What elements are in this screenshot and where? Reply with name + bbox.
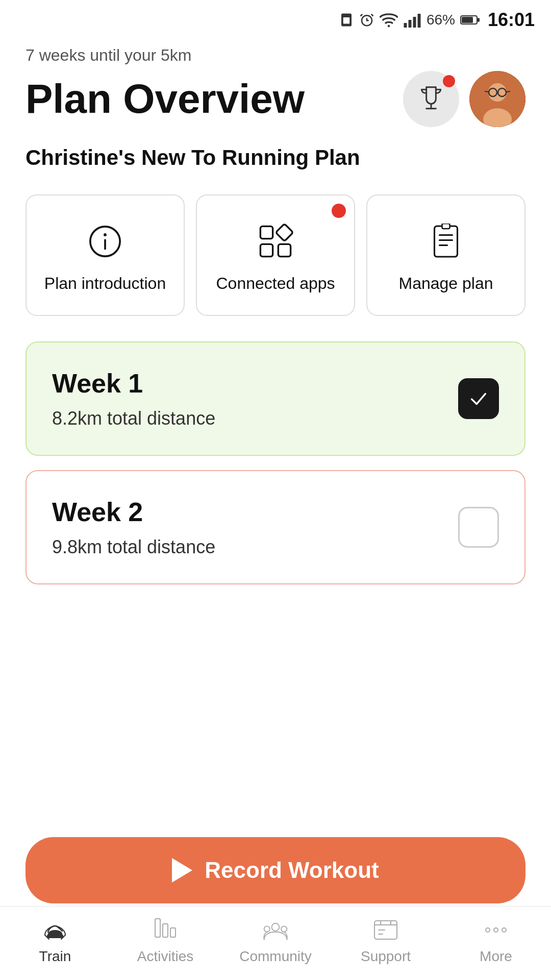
activities-icon — [152, 917, 179, 943]
svg-rect-43 — [374, 921, 397, 939]
record-play-icon — [172, 858, 192, 883]
plan-subtitle: 7 weeks until your 5km — [26, 46, 525, 65]
action-cards: Plan introduction Connected apps — [26, 194, 525, 316]
connected-apps-notification — [332, 204, 346, 218]
nav-item-train[interactable]: Train — [14, 917, 96, 965]
svg-rect-29 — [276, 224, 293, 241]
svg-point-49 — [502, 928, 506, 932]
svg-rect-7 — [408, 20, 411, 28]
sim-icon — [339, 12, 354, 28]
svg-line-21 — [485, 91, 489, 92]
nav-more-label: More — [480, 948, 512, 965]
bottom-navigation: Train Activities Community Sup — [0, 906, 551, 980]
nav-community-label: Community — [239, 948, 312, 965]
avatar-image — [469, 71, 525, 127]
week-1-card[interactable]: Week 1 8.2km total distance — [26, 341, 525, 456]
connected-apps-card[interactable]: Connected apps — [196, 194, 355, 316]
plan-introduction-label: Plan introduction — [44, 273, 166, 295]
svg-rect-27 — [260, 244, 272, 256]
week-2-distance: 9.8km total distance — [52, 536, 215, 558]
svg-rect-6 — [404, 23, 407, 28]
connected-apps-icon — [255, 221, 296, 262]
svg-rect-28 — [278, 244, 290, 256]
nav-activities-label: Activities — [137, 948, 193, 965]
week-1-title: Week 1 — [52, 368, 215, 399]
record-workout-button[interactable]: Record Workout — [26, 837, 525, 903]
svg-rect-11 — [462, 17, 473, 23]
svg-rect-34 — [442, 224, 450, 229]
svg-line-4 — [371, 14, 373, 16]
manage-plan-icon — [425, 221, 466, 262]
week-2-info: Week 2 9.8km total distance — [52, 497, 215, 558]
svg-line-22 — [506, 91, 510, 92]
more-icon — [483, 917, 509, 943]
svg-rect-39 — [170, 928, 176, 937]
status-icons: 66% — [339, 12, 481, 28]
week-1-checkmark — [467, 387, 490, 410]
week-1-distance: 8.2km total distance — [52, 408, 215, 429]
svg-line-3 — [360, 14, 362, 16]
svg-point-47 — [486, 928, 490, 932]
battery-percentage: 66% — [427, 12, 455, 28]
connected-apps-label: Connected apps — [216, 273, 335, 295]
plan-name: Christine's New To Running Plan — [26, 145, 525, 170]
plan-introduction-icon — [85, 221, 126, 262]
avatar-inner — [469, 71, 525, 127]
manage-plan-label: Manage plan — [398, 273, 493, 295]
week-1-info: Week 1 8.2km total distance — [52, 368, 215, 429]
nav-item-support[interactable]: Support — [345, 917, 427, 965]
svg-rect-8 — [413, 17, 416, 28]
support-icon — [372, 917, 399, 943]
record-workout-label: Record Workout — [205, 857, 379, 883]
svg-rect-9 — [417, 14, 420, 28]
week-2-title: Week 2 — [52, 497, 215, 527]
alarm-icon — [359, 12, 374, 28]
svg-rect-26 — [260, 226, 272, 238]
status-time: 16:01 — [488, 9, 535, 31]
plan-introduction-card[interactable]: Plan introduction — [26, 194, 185, 316]
week-2-checkbox[interactable] — [458, 507, 499, 548]
svg-rect-30 — [435, 226, 458, 257]
trophy-icon — [417, 85, 445, 113]
community-icon — [262, 917, 289, 943]
nav-item-community[interactable]: Community — [235, 917, 316, 965]
svg-point-41 — [264, 926, 270, 932]
svg-rect-1 — [343, 17, 350, 24]
nav-item-activities[interactable]: Activities — [124, 917, 206, 965]
page-title: Plan Overview — [26, 77, 305, 121]
nav-item-more[interactable]: More — [455, 917, 537, 965]
svg-rect-38 — [163, 924, 168, 937]
main-content: 7 weeks until your 5km Plan Overview — [0, 36, 551, 701]
status-bar: 66% 16:01 — [0, 0, 551, 36]
week-1-checkbox[interactable] — [458, 378, 499, 419]
avatar[interactable] — [469, 71, 525, 127]
svg-point-42 — [281, 926, 287, 932]
svg-rect-36 — [47, 934, 63, 938]
svg-point-40 — [272, 923, 280, 931]
header-row: Plan Overview — [26, 71, 525, 127]
svg-point-48 — [494, 928, 498, 932]
trophy-notification-dot — [443, 75, 455, 87]
svg-point-25 — [104, 233, 107, 236]
nav-support-label: Support — [361, 948, 411, 965]
nav-train-label: Train — [39, 948, 71, 965]
train-icon — [42, 917, 68, 943]
svg-rect-12 — [478, 18, 480, 22]
header-icons — [403, 71, 525, 127]
trophy-button[interactable] — [403, 71, 459, 127]
signal-icon — [403, 12, 421, 28]
wifi-icon — [380, 12, 398, 28]
svg-rect-37 — [155, 919, 160, 937]
svg-point-5 — [388, 25, 390, 28]
manage-plan-card[interactable]: Manage plan — [366, 194, 525, 316]
week-2-card[interactable]: Week 2 9.8km total distance — [26, 470, 525, 584]
battery-icon — [460, 13, 481, 27]
